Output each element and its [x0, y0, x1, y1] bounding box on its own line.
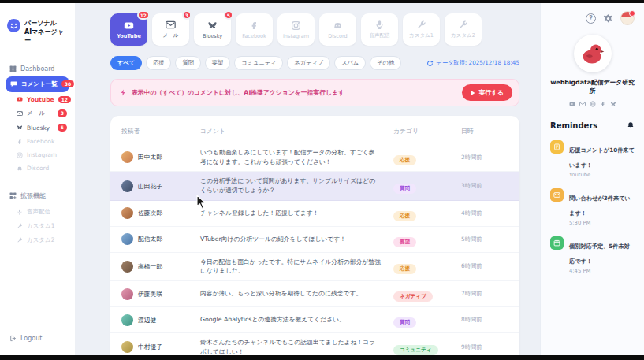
filter-chip-question[interactable]: 質問 [175, 56, 200, 70]
youtube-icon[interactable] [569, 101, 575, 107]
gear-icon[interactable] [603, 13, 613, 24]
bluesky-icon [207, 20, 218, 31]
category-badge: 質問 [393, 184, 416, 194]
comment-text: 今日の配信も面白かったです。特にサムネイル分析の部分が勉強になりました。 [200, 258, 393, 276]
facebook-icon [249, 20, 259, 31]
table-row[interactable]: 佐藤次郎 チャンネル登録しました！応援してます！ 応援 4時間前 [110, 201, 519, 227]
wrench-icon [17, 223, 23, 229]
comment-text: 鈴木さんたちのチャンネルでもこの話題出てましたよね！コラボしてほしい！ [200, 338, 393, 355]
sidebar-item-custom1[interactable]: カスタム1 [9, 219, 69, 233]
app-window: パーソナル AIマネージャー Dashboard コメント一覧 30 Youtu… [0, 3, 644, 355]
filter-chip-support[interactable]: 応援 [146, 56, 171, 70]
table-row[interactable]: 田中太郎 いつも動画楽しみにしています！配信データの分析、すごく参考になります。… [110, 143, 519, 172]
reminder-item[interactable]: 問い合わせが3件来ています！ 5:30 PM [550, 188, 635, 226]
sidebar-item-custom2[interactable]: カスタム2 [9, 233, 69, 247]
bluesky-icon[interactable] [610, 101, 616, 107]
sidebar-item-comments[interactable]: コメント一覧 30 [6, 76, 69, 92]
reminder-doc-icon [550, 140, 564, 154]
filter-chip-negative[interactable]: ネガティブ [287, 56, 330, 70]
top-icon-bar: ? [550, 11, 635, 25]
filter-bar: すべて 応援 質問 要望 コミュニティ ネガティブ スパム その他 データ取得:… [110, 56, 519, 70]
table-row[interactable]: 配信太郎 VTuber向けの分析ツールの紹介をしてほしいです！ 要望 5時間前 [110, 227, 519, 253]
sidebar-item-bluesky[interactable]: Bluesky 5 [9, 121, 69, 135]
poster-name: 配信太郎 [138, 235, 162, 243]
globe-icon[interactable] [590, 101, 596, 107]
reminder-subtext: 5:30 PM [569, 220, 635, 226]
mail-icon[interactable] [579, 101, 586, 107]
instagram-icon [291, 20, 301, 31]
filter-chip-request[interactable]: 要望 [205, 56, 230, 70]
data-fetch-status[interactable]: データ取得: 2025/12/18 18:45 [426, 59, 519, 67]
reminders-section: Reminders 応援コメントが10件来ています！ Youtube [550, 121, 635, 274]
main-content: 12 YouTube 3 メール 5 Bluesky Facebook Inst… [76, 3, 540, 355]
category-badge: 要望 [393, 237, 416, 247]
facebook-icon [17, 139, 23, 145]
tab-mail[interactable]: 3 メール [152, 13, 189, 46]
lightning-icon [120, 89, 127, 96]
table-row[interactable]: 中村優子 鈴木さんたちのチャンネルでもこの話題出てましたよね！コラボしてほしい！… [110, 333, 519, 355]
filter-chip-community[interactable]: コミュニティ [234, 56, 283, 70]
filter-chip-all[interactable]: すべて [110, 56, 142, 70]
youtube-icon [17, 96, 23, 102]
tab-bluesky[interactable]: 5 Bluesky [194, 13, 231, 46]
logout-button[interactable]: Logout [6, 331, 69, 346]
avatar [121, 151, 133, 163]
extensions-icon [9, 192, 17, 199]
tab-badge: 3 [182, 10, 192, 20]
tab-custom1[interactable]: カスタム1 [403, 13, 440, 46]
avatar [121, 180, 133, 192]
logout-icon [9, 335, 17, 342]
play-icon [471, 91, 475, 95]
bell-icon[interactable] [627, 121, 635, 129]
youtube-icon [124, 20, 134, 31]
instagram-icon [17, 152, 23, 158]
table-row[interactable]: 渡辺健 Google Analyticsとの連携方法を教えてください。 質問 8… [110, 307, 519, 333]
social-links [550, 101, 635, 107]
left-sidebar: パーソナル AIマネージャー Dashboard コメント一覧 30 Youtu… [0, 3, 76, 355]
tab-instagram[interactable]: Instagram [277, 13, 315, 46]
poster-name: 伊藤美咲 [138, 290, 162, 299]
reminders-title: Reminders [550, 121, 597, 130]
execute-button[interactable]: 実行する [462, 84, 512, 101]
youtube-count-badge: 12 [58, 96, 71, 104]
sidebar-item-instagram[interactable]: Instagram [9, 148, 69, 161]
tab-discord[interactable]: Discord [319, 13, 356, 46]
reminder-item[interactable]: 応援コメントが10件来ています！ Youtube [550, 140, 635, 178]
comments-count-badge: 30 [61, 80, 74, 88]
comment-time: 9時間前 [461, 343, 508, 351]
category-badge: 応援 [393, 211, 416, 221]
sidebar-item-discord[interactable]: Discord [9, 161, 69, 175]
filter-chip-spam[interactable]: スパム [334, 56, 366, 70]
channel-tabs: 12 YouTube 3 メール 5 Bluesky Facebook Inst… [110, 13, 519, 46]
sidebar-item-youtube[interactable]: Youtube 12 [9, 93, 69, 107]
tab-badge: 12 [137, 10, 150, 20]
tab-custom2[interactable]: カスタム2 [445, 13, 482, 46]
reminder-item[interactable]: 個別対応予定、5件未対応です！ 4:45 PM [550, 236, 635, 274]
wrench-icon [17, 237, 23, 243]
comment-text: 内容が薄い。もっと深い分析を期待してたのに残念です。 [200, 289, 393, 299]
table-row-selected[interactable]: 山田花子 この分析手法について質問があります。サンプルサイズはどのくらいが適切で… [110, 172, 519, 200]
mail-icon [17, 110, 23, 117]
category-badge: 質問 [393, 317, 416, 328]
right-sidebar: ? webbigdata配信データ研究所 [540, 3, 644, 355]
table-row[interactable]: 伊藤美咲 内容が薄い。もっと深い分析を期待してたのに残念です。 ネガティブ 7時… [110, 281, 519, 307]
user-avatar[interactable] [620, 11, 635, 25]
tab-badge: 5 [224, 10, 233, 20]
sidebar-item-extensions[interactable]: 拡張機能 [6, 187, 69, 204]
avatar [121, 207, 133, 219]
filter-chip-other[interactable]: その他 [370, 56, 401, 70]
sidebar-item-facebook[interactable]: Facebook [9, 135, 69, 148]
reminder-subtext: Youtube [569, 172, 635, 178]
sidebar-item-dashboard[interactable]: Dashboard [6, 61, 69, 76]
extensions-subnav: 音声配信 カスタム1 カスタム2 [9, 205, 69, 247]
comment-text: VTuber向けの分析ツールの紹介をしてほしいです！ [200, 235, 393, 244]
sidebar-item-voice[interactable]: 音声配信 [9, 205, 69, 219]
facebook-icon[interactable] [600, 101, 606, 107]
tab-voice[interactable]: 音声配信 [361, 13, 398, 46]
table-row[interactable]: 高橋一郎 今日の配信も面白かったです。特にサムネイル分析の部分が勉強になりました… [110, 253, 519, 281]
sidebar-item-mail[interactable]: メール 3 [9, 106, 69, 121]
help-icon[interactable]: ? [586, 13, 596, 24]
tab-facebook[interactable]: Facebook [236, 13, 273, 46]
tab-youtube[interactable]: 12 YouTube [110, 13, 147, 46]
bulk-action-banner: 表示中の（すべて）のコメントに対し、AI推奨アクションを一括実行します 実行する [110, 79, 519, 106]
